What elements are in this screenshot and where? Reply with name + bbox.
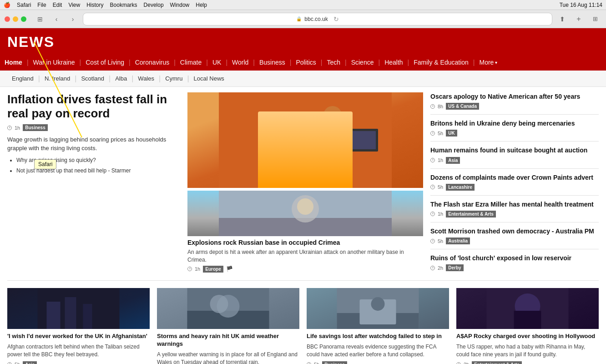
nav-coronavirus[interactable]: Coronavirus [131,54,174,71]
svg-rect-26 [514,311,541,329]
bbc-header: NEWS Home | War in Ukraine | Cost of Liv… [0,28,606,71]
lock-icon: 🔒 [296,16,302,21]
nav-more-button[interactable]: More [475,54,502,71]
nav-alba[interactable]: Alba [111,71,131,86]
menu-edit[interactable]: Edit [53,2,62,8]
sidebar-story-1[interactable]: Britons held in Ukraine deny being merce… [430,119,599,142]
lower-cat-3: Entertainment & Arts [472,361,522,364]
lower-story-1[interactable]: Storms and heavy rain hit UK amid weathe… [157,288,299,364]
lower-story-2[interactable]: Life savings lost after watchdog failed … [307,288,449,364]
sidebar-time-2: 1h [438,157,443,163]
sidebar-cat-5: Australia [446,238,470,244]
nav-tech[interactable]: Tech [322,54,345,71]
nav-home[interactable]: Home [0,54,27,71]
savings-image [307,288,449,329]
maximize-button[interactable] [21,16,26,22]
sidebar-time-1: 5h [438,131,443,136]
crimea-category[interactable]: Europe [203,266,223,273]
svg-point-19 [210,295,228,313]
menu-help[interactable]: Help [196,2,207,8]
nav-family[interactable]: Family & Education [409,54,473,71]
minimize-button[interactable] [13,16,18,22]
clock-icon-l2 [307,362,311,364]
menu-file[interactable]: File [37,2,46,8]
nav-n-ireland[interactable]: N. Ireland [40,71,75,86]
apple-menu[interactable]: 🍎 [4,2,10,8]
url-text: bbc.co.uk [304,16,328,22]
url-bar[interactable]: 🔒 bbc.co.uk ↻ [83,13,552,25]
nav-politics[interactable]: Politics [291,54,320,71]
nav-health[interactable]: Health [380,54,407,71]
sidebar-cat-2: Asia [446,157,460,164]
sidebar-cat-1: UK [446,130,457,136]
feature-time: 1h [15,125,20,131]
close-button[interactable] [5,16,10,22]
content-grid: Inflation drives fastest fall in real pa… [7,87,599,280]
clock-icon-s2 [430,158,435,162]
menu-safari[interactable]: Safari [17,2,31,8]
sidebar-headline-1: Britons held in Ukraine deny being merce… [430,119,599,127]
reload-button[interactable]: ↻ [333,15,339,23]
sidebar-cat-3: Lancashire [446,184,475,191]
crimea-headline[interactable]: Explosions rock Russian base in occupied… [187,238,423,247]
sidebar-headline-2: Human remains found in suitcase bought a… [430,146,599,154]
forward-button[interactable]: › [66,13,79,25]
clock-icon-s3 [430,185,435,189]
menu-bookmarks[interactable]: Bookmarks [110,2,137,8]
nav-climate[interactable]: Climate [176,54,206,71]
sidebar-toggle-button[interactable]: ⊞ [34,13,46,25]
nav-uk[interactable]: UK [208,54,226,71]
secondary-nav: England | N. Ireland | Scotland | Alba |… [0,71,606,87]
svg-rect-7 [348,131,376,149]
sidebar-cat-4: Entertainment & Arts [446,211,496,217]
lower-headline-1: Storms and heavy rain hit UK amid weathe… [157,333,299,348]
clock-icon [7,126,12,130]
lower-cat-2: Business [322,361,347,364]
nav-business[interactable]: Business [255,54,290,71]
lower-summary-3: The US rapper, who had a baby with Rihan… [456,343,599,359]
nav-england[interactable]: England [7,71,38,86]
share-button[interactable]: ⬆ [556,13,569,25]
nav-scotland[interactable]: Scotland [76,71,109,86]
bbc-logo-area: NEWS [0,32,606,54]
sidebar-story-5[interactable]: Scott Morrison trashed own democracy - A… [430,227,599,249]
nav-science[interactable]: Science [347,54,379,71]
nav-cymru[interactable]: Cymru [161,71,187,86]
nav-wales[interactable]: Wales [133,71,159,86]
tab-overview-button[interactable]: ⊞ [589,13,601,25]
sidebar-time-3: 5h [438,184,443,190]
feature-meta: 1h Business [7,124,180,131]
back-button[interactable]: ‹ [50,13,63,25]
safari-tooltip: Safari [34,159,56,169]
lower-summary-0: Afghan contractors left behind when the … [7,343,150,359]
sidebar-story-6[interactable]: Ruins of 'lost church' exposed in low re… [430,254,599,276]
new-tab-button[interactable]: + [572,13,585,25]
nav-war-ukraine[interactable]: War in Ukraine [29,54,80,71]
feature-headline[interactable]: Inflation drives fastest fall in real pa… [7,92,180,121]
bbc-news-logo[interactable]: NEWS [7,34,55,50]
sidebar-time-5: 5h [438,238,443,244]
sidebar-story-0[interactable]: Oscars apology to Native American after … [430,92,599,115]
center-feature[interactable]: Explosions rock Russian base in occupied… [187,92,423,280]
lower-story-3[interactable]: A$AP Rocky charged over shooting in Holl… [456,288,599,364]
feature-category[interactable]: Business [23,124,47,131]
menu-view[interactable]: View [68,2,80,8]
sidebar-story-2[interactable]: Human remains found in suitcase bought a… [430,146,599,168]
svg-point-11 [297,198,313,215]
nav-world[interactable]: World [227,54,253,71]
menu-window[interactable]: Window [170,2,190,8]
lower-headline-3: A$AP Rocky charged over shooting in Holl… [456,333,599,340]
menu-history[interactable]: History [86,2,103,8]
storm-image [157,288,299,329]
afghanistan-image [7,288,150,329]
lower-story-0[interactable]: 'I wish I'd never worked for the UK in A… [7,288,150,364]
nav-cost-of-living[interactable]: Cost of Living [81,54,129,71]
sidebar-story-4[interactable]: The Flash star Ezra Miller has mental he… [430,200,599,222]
sidebar-time-0: 8h [438,104,443,109]
clock-icon-s4 [430,212,435,216]
lower-grid: 'I wish I'd never worked for the UK in A… [7,280,599,364]
crimea-story[interactable]: Explosions rock Russian base in occupied… [187,191,423,273]
sidebar-story-3[interactable]: Dozens of complaints made over Crown Pai… [430,173,599,196]
nav-local-news[interactable]: Local News [189,71,229,86]
menu-develop[interactable]: Develop [144,2,164,8]
